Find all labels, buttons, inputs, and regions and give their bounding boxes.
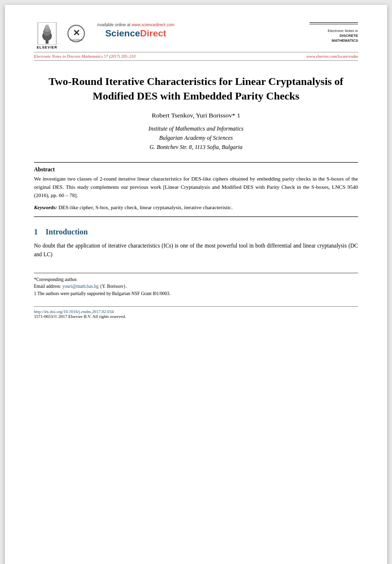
footnote-corresponding: *Corresponding author. — [34, 276, 358, 283]
keywords-line: Keywords: DES-like cipher, S-box, parity… — [34, 203, 358, 212]
footnote-email-line: Email address: youri@math.bas.bg {Y. Bor… — [34, 283, 358, 290]
title-section: Two-Round Iterative Characteristics for … — [34, 74, 358, 103]
available-online: Available online at www.sciencedirect.co… — [97, 22, 175, 27]
available-online-text: Available online at — [97, 22, 131, 27]
header-right: Electronic Notes in DISCRETEMATHEMATICS — [310, 22, 358, 43]
elsevier-logo: ELSEVIER — [34, 22, 60, 49]
page: ELSEVIER ✕ CrossMark Available online at… — [5, 5, 387, 564]
section-1-text: No doubt that the application of iterati… — [34, 241, 358, 259]
journal-url: www.elsevier.com/locate/endm — [306, 54, 358, 59]
crossmark-icon: ✕ CrossMark — [67, 24, 85, 43]
crossmark-logo: ✕ CrossMark — [67, 22, 85, 45]
abstract-text: We investigate two classes of 2-round it… — [34, 175, 358, 199]
sciencedirect-url[interactable]: www.sciencedirect.com — [131, 22, 174, 27]
header: ELSEVIER ✕ CrossMark Available online at… — [34, 22, 358, 49]
paper-title: Two-Round Iterative Characteristics for … — [44, 74, 348, 103]
section-1-number: 1 — [34, 228, 38, 236]
email-suffix: {Y. Borissov}. — [100, 284, 127, 289]
header-line-1 — [310, 22, 358, 23]
svg-point-4 — [45, 25, 49, 29]
abstract-title: Abstract — [34, 166, 358, 172]
abstract-section: Abstract We investigate two classes of 2… — [34, 162, 358, 217]
keywords-label: Keywords: — [34, 204, 57, 210]
section-1-heading: 1 Introduction — [34, 228, 358, 236]
footnotes: *Corresponding author. Email address: yo… — [34, 273, 358, 298]
authors-section: Robert Tsenkov, Yuri Borissov* 1 Institu… — [34, 112, 358, 151]
section-1-title: Introduction — [46, 228, 88, 236]
header-right-lines — [310, 22, 358, 25]
section-introduction: 1 Introduction No doubt that the applica… — [34, 228, 358, 259]
authors: Robert Tsenkov, Yuri Borissov* 1 — [34, 112, 358, 119]
header-left: ELSEVIER ✕ CrossMark Available online at… — [34, 22, 180, 49]
affiliation-line-3: G. Bontchev Str. 8, 1113 Sofia, Bulgaria — [34, 143, 358, 152]
email-address[interactable]: youri@math.bas.bg — [63, 284, 99, 289]
svg-text:✕: ✕ — [73, 28, 80, 38]
journal-citation: Electronic Notes in Discrete Mathematics… — [34, 54, 135, 59]
affiliation-line-2: Bulgarian Academy of Sciences — [34, 133, 358, 143]
header-line-2 — [310, 24, 358, 25]
affiliation: Institute of Mathematics and Informatics… — [34, 124, 358, 151]
bottom-bar: http://dx.doi.org/10.1016/j.endm.2017.02… — [34, 306, 358, 319]
elsevier-text: ELSEVIER — [37, 46, 58, 49]
journal-info-bar: Electronic Notes in Discrete Mathematics… — [34, 52, 358, 61]
footnote-1: 1 The authors were partially supported b… — [34, 290, 358, 298]
copyright-text: 1571-0653/© 2017 Elsevier B.V. All right… — [34, 314, 358, 319]
email-label: Email address: — [34, 284, 61, 289]
svg-text:CrossMark: CrossMark — [70, 38, 83, 41]
affiliation-line-1: Institute of Mathematics and Informatics — [34, 124, 358, 133]
header-center: Available online at www.sciencedirect.co… — [92, 22, 180, 39]
elsevier-tree-icon — [36, 22, 58, 45]
journal-name-header: Electronic Notes in DISCRETEMATHEMATICS — [327, 29, 358, 43]
doi-link[interactable]: http://dx.doi.org/10.1016/j.endm.2017.02… — [34, 309, 358, 314]
sciencedirect-logo: ScienceDirect — [105, 28, 166, 39]
keywords-text: DES-like cipher, S-box, parity check, li… — [58, 204, 232, 210]
